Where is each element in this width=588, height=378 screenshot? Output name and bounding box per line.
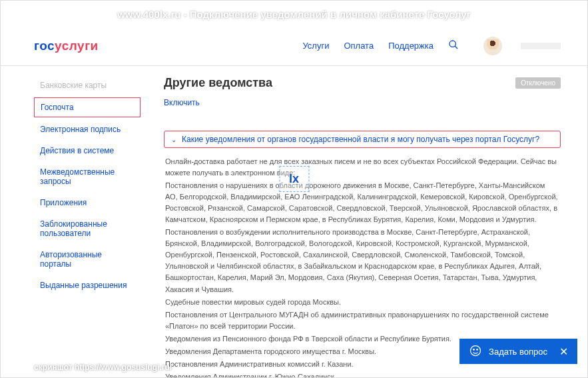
content-p4: Судебные повестки мировых судей города М… bbox=[165, 297, 559, 308]
content-p9: Уведомления Администрации г. Южно-Сахали… bbox=[165, 371, 559, 378]
accordion-question: Какие уведомления от органов государстве… bbox=[182, 135, 539, 144]
logo-part1: гос bbox=[34, 39, 55, 53]
content-p5: Постановления от Центрального МУГАДН об … bbox=[165, 309, 559, 332]
header: госуслуги Услуги Оплата Поддержка bbox=[1, 26, 587, 66]
sidebar-item-bank-cards[interactable]: Банковские карты bbox=[34, 76, 141, 95]
nav-services[interactable]: Услуги bbox=[302, 41, 329, 51]
content-p2: Постановления о нарушениях в области дор… bbox=[165, 180, 559, 225]
username-placeholder bbox=[521, 43, 561, 49]
sidebar-item-inter-requests[interactable]: Межведомственные запросы bbox=[34, 163, 141, 191]
sidebar-item-apps[interactable]: Приложения bbox=[34, 193, 141, 212]
chat-label: Задать вопрос bbox=[489, 347, 547, 357]
accordion-header[interactable]: ⌄ Какие уведомления от органов государст… bbox=[164, 131, 561, 148]
sidebar-item-actions[interactable]: Действия в системе bbox=[34, 141, 141, 160]
content-p3: Постановления о возбуждении исполнительн… bbox=[165, 227, 559, 295]
svg-line-1 bbox=[455, 46, 457, 49]
svg-point-2 bbox=[471, 345, 481, 355]
watermark-top: www.400lx.ru - Подключение уведомлений в… bbox=[1, 9, 587, 20]
sidebar-item-gospochta[interactable]: Госпочта bbox=[34, 97, 141, 117]
chevron-down-icon: ⌄ bbox=[171, 136, 176, 143]
logo[interactable]: госуслуги bbox=[34, 39, 99, 53]
nav-payment[interactable]: Оплата bbox=[344, 41, 374, 51]
title-row: Другие ведомства Отключено bbox=[164, 76, 561, 90]
svg-point-4 bbox=[477, 349, 478, 350]
sidebar-item-permissions[interactable]: Выданные разрешения bbox=[34, 276, 141, 295]
enable-link[interactable]: Включить bbox=[164, 98, 200, 107]
sidebar-item-blocked[interactable]: Заблокированные пользователи bbox=[34, 215, 141, 243]
watermark-bottom: скриншот https://www.gosuslugi.ru/ bbox=[34, 363, 172, 372]
content-p1: Онлайн-доставка работает не для всех зак… bbox=[165, 156, 559, 179]
chat-icon bbox=[469, 344, 482, 359]
avatar[interactable] bbox=[483, 37, 502, 55]
search-icon[interactable] bbox=[448, 39, 459, 52]
main-content: Другие ведомства Отключено Включить ⌄ Ка… bbox=[164, 76, 561, 378]
logo-part2: услуги bbox=[55, 39, 99, 53]
svg-point-0 bbox=[449, 41, 455, 47]
status-badge: Отключено bbox=[515, 77, 561, 89]
chat-button[interactable]: Задать вопрос ✕ bbox=[459, 339, 577, 364]
sidebar: Банковские карты Госпочта Электронная по… bbox=[34, 76, 141, 378]
close-icon[interactable]: ✕ bbox=[559, 345, 568, 358]
svg-point-3 bbox=[473, 349, 475, 350]
nav-support[interactable]: Поддержка bbox=[388, 41, 434, 51]
sidebar-item-esignature[interactable]: Электронная подпись bbox=[34, 120, 141, 139]
body: Банковские карты Госпочта Электронная по… bbox=[1, 66, 587, 378]
page-title: Другие ведомства bbox=[164, 76, 272, 90]
sidebar-item-authorized[interactable]: Авторизованные порталы bbox=[34, 245, 141, 273]
watermark-center: lx bbox=[279, 165, 309, 191]
top-nav: Услуги Оплата Поддержка bbox=[302, 37, 561, 55]
